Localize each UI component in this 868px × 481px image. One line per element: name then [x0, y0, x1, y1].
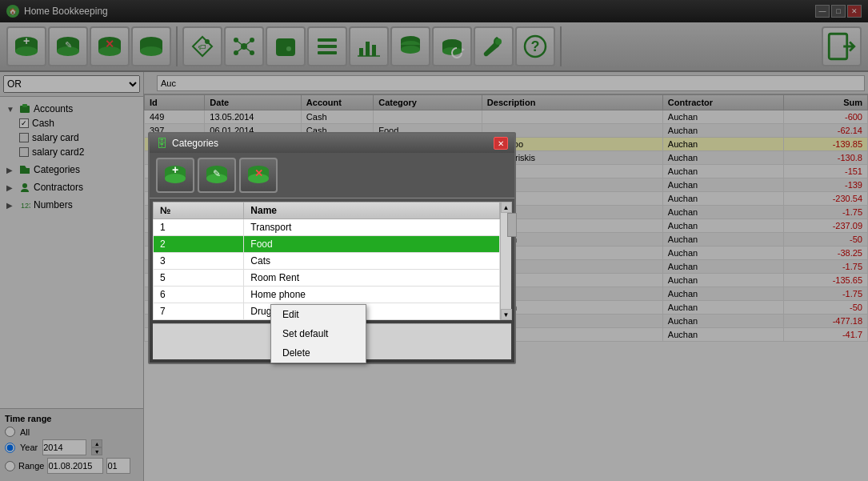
modal-scrollbar[interactable]: ▲ ▼ [500, 202, 511, 320]
modal-edit-button[interactable]: ✎ [198, 158, 236, 193]
modal-table-container[interactable]: № Name 1Transport2Food3Cats5Room Rent6Ho… [153, 202, 500, 320]
modal-title-icon: 🗄 [156, 137, 167, 150]
scroll-up-button[interactable]: ▲ [501, 202, 512, 213]
modal-cell-num: 1 [154, 219, 244, 236]
svg-text:✕: ✕ [254, 167, 263, 179]
modal-overlay[interactable]: 🗄 Categories ✕ + ✎ ✕ № N [0, 0, 868, 481]
modal-close-button[interactable]: ✕ [494, 137, 508, 150]
ctx-delete[interactable]: Delete [271, 343, 366, 363]
ctx-set-default[interactable]: Set default [271, 324, 366, 343]
modal-toolbar: + ✎ ✕ [150, 153, 514, 198]
modal-header-row: № Name [154, 202, 500, 219]
modal-cell-name: Food [244, 236, 500, 253]
modal-categories-table: № Name 1Transport2Food3Cats5Room Rent6Ho… [153, 202, 500, 320]
modal-cell-name: Home phone [244, 287, 500, 303]
modal-table-row[interactable]: 2Food [154, 236, 500, 253]
modal-cell-num: 5 [154, 270, 244, 287]
modal-content: № Name 1Transport2Food3Cats5Room Rent6Ho… [153, 202, 511, 320]
modal-table-row[interactable]: 5Room Rent [154, 270, 500, 287]
modal-title: Categories [172, 138, 218, 149]
svg-text:+: + [172, 163, 178, 176]
context-menu: Edit Set default Delete [270, 304, 366, 363]
modal-col-name[interactable]: Name [244, 202, 500, 219]
modal-cell-name: Room Rent [244, 270, 500, 287]
modal-cell-num: 3 [154, 253, 244, 270]
modal-delete-button[interactable]: ✕ [239, 158, 278, 193]
modal-cell-name: Transport [244, 219, 500, 236]
ctx-edit[interactable]: Edit [271, 305, 366, 324]
modal-col-num[interactable]: № [154, 202, 244, 219]
modal-titlebar: 🗄 Categories ✕ [150, 134, 514, 153]
modal-table-row[interactable]: 3Cats [154, 253, 500, 270]
scroll-thumb[interactable] [507, 213, 517, 237]
modal-cell-name: Cats [244, 253, 500, 270]
modal-cell-num: 2 [154, 236, 244, 253]
modal-table-row[interactable]: 1Transport [154, 219, 500, 236]
modal-title-left: 🗄 Categories [156, 137, 218, 150]
svg-text:✎: ✎ [213, 168, 221, 179]
modal-table-row[interactable]: 6Home phone [154, 287, 500, 303]
modal-cell-num: 7 [154, 303, 244, 320]
modal-cell-num: 6 [154, 287, 244, 303]
scroll-down-button[interactable]: ▼ [501, 309, 512, 320]
modal-add-button[interactable]: + [156, 158, 194, 193]
